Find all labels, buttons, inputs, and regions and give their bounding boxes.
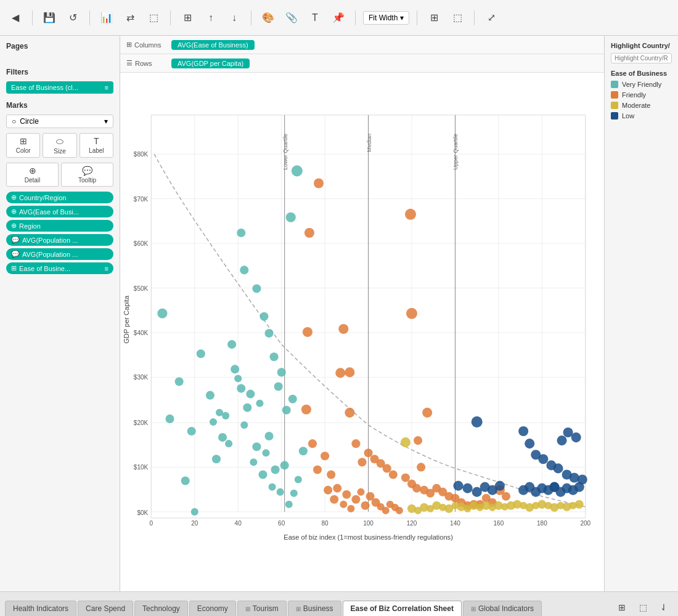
care-tab-label: Care Spend <box>86 604 125 613</box>
color-button[interactable]: 🎨 <box>259 9 277 26</box>
legend-moderate[interactable]: Moderate <box>611 102 672 109</box>
text-button[interactable]: T <box>306 9 324 26</box>
pin-button[interactable]: 📌 <box>329 9 348 26</box>
tab-tourism[interactable]: ⊞ Tourism <box>237 601 287 616</box>
svg-point-73 <box>299 447 308 455</box>
region-chip[interactable]: ⊕ Region <box>6 220 113 232</box>
columns-pill[interactable]: AVG(Ease of Business) <box>171 40 255 50</box>
friendly-label: Friendly <box>622 91 646 99</box>
tab-health-indicators[interactable]: Health Indicators <box>5 601 76 616</box>
tab-business[interactable]: ⊞ Business <box>288 601 341 616</box>
svg-point-47 <box>250 458 257 466</box>
sort-desc-button[interactable]: ↓ <box>225 9 243 26</box>
color-mark-item[interactable]: ⊞ Color <box>6 133 40 158</box>
undo-button[interactable]: ↺ <box>63 9 82 26</box>
low-label: Low <box>622 112 634 120</box>
svg-point-63 <box>252 285 261 293</box>
mark-type-dropdown[interactable]: ○ Circle ▾ <box>6 115 113 128</box>
separator6 <box>417 10 417 25</box>
legend-very-friendly[interactable]: Very Friendly <box>611 81 672 88</box>
fit-width-dropdown[interactable]: Fit Width ▾ <box>363 11 409 25</box>
svg-point-124 <box>422 408 432 418</box>
marks-title: Marks <box>6 101 113 110</box>
separator2 <box>89 10 90 25</box>
svg-text:160: 160 <box>494 520 504 527</box>
svg-text:180: 180 <box>537 520 547 527</box>
circle-icon: ○ <box>12 117 16 126</box>
back-button[interactable]: ◀ <box>6 9 25 26</box>
svg-text:$20K: $20K <box>134 419 149 426</box>
chart-area[interactable]: Lower Quartile Median Upper Quartile <box>120 73 604 591</box>
svg-point-105 <box>383 464 391 472</box>
grid-button[interactable]: ⊞ <box>425 9 443 26</box>
share-button[interactable]: ⤢ <box>482 9 500 26</box>
highlight-input[interactable] <box>611 53 672 63</box>
rows-pill[interactable]: AVG(GDP per Capita) <box>171 59 250 68</box>
svg-point-48 <box>252 442 261 451</box>
tech-tab-label: Technology <box>142 604 180 613</box>
svg-point-83 <box>333 484 341 493</box>
fit-width-label: Fit Width <box>369 14 398 22</box>
svg-text:$80K: $80K <box>134 151 149 158</box>
device-button[interactable]: ⬚ <box>448 9 467 26</box>
tab-technology[interactable]: Technology <box>134 601 188 616</box>
annotation-button[interactable]: 📎 <box>282 9 301 26</box>
swap-button[interactable]: ⇄ <box>121 9 139 26</box>
sort-button[interactable]: ⬚ <box>144 9 163 26</box>
avg-ease-chip[interactable]: ⊕ AVG(Ease of Busi... <box>6 206 113 217</box>
svg-point-70 <box>288 395 297 403</box>
country-region-chip[interactable]: ⊕ Country/Region <box>6 192 113 203</box>
svg-point-177 <box>518 426 528 436</box>
svg-point-178 <box>525 439 534 448</box>
show-marks-button[interactable]: ⊞ <box>178 9 197 26</box>
size-mark-item[interactable]: ⬭ Size <box>43 133 76 158</box>
svg-point-60 <box>292 165 303 176</box>
svg-point-40 <box>227 340 236 349</box>
add-sheet-button[interactable]: ⊞ <box>613 599 631 616</box>
legend-friendly[interactable]: Friendly <box>611 91 672 99</box>
bar-chart-button[interactable]: 📊 <box>97 9 116 26</box>
sort-asc-button[interactable]: ↑ <box>202 9 220 26</box>
filter-chip[interactable]: Ease of Business (cl... ≡ <box>6 81 113 94</box>
tooltip-label: Tooltip <box>78 177 96 184</box>
svg-point-159 <box>401 437 410 447</box>
svg-text:140: 140 <box>450 520 460 527</box>
ease-color-chip[interactable]: ⊞ Ease of Busine... ≡ <box>6 262 113 274</box>
duplicate-sheet-button[interactable]: ⬚ <box>634 599 652 616</box>
filter-edit-icon[interactable]: ≡ <box>105 84 108 91</box>
marks-grid: ⊞ Color ⬭ Size T Label <box>6 133 113 158</box>
columns-shelf: ⊞ Columns AVG(Ease of Business) <box>120 36 604 54</box>
label-mark-item[interactable]: T Label <box>80 133 113 158</box>
region-dim-icon: ⊕ <box>11 222 17 230</box>
tab-care-spend[interactable]: Care Spend <box>78 601 133 616</box>
avg-pop1-chip[interactable]: 💬 AVG(Population ... <box>6 234 113 246</box>
svg-point-56 <box>280 461 289 469</box>
svg-point-129 <box>502 492 510 501</box>
svg-point-33 <box>206 391 214 400</box>
center-area: ⊞ Columns AVG(Ease of Business) ☰ Rows A… <box>120 36 604 591</box>
svg-text:Lower Quartile: Lower Quartile <box>282 134 288 170</box>
svg-point-77 <box>308 439 317 448</box>
tab-global-indicators[interactable]: ⊞ Global Indicators <box>463 601 542 616</box>
legend-low[interactable]: Low <box>611 112 672 120</box>
svg-point-93 <box>382 507 390 514</box>
label-label: Label <box>89 147 104 154</box>
tab-economy[interactable]: Economy <box>189 601 236 616</box>
tourism-tab-label: Tourism <box>253 604 279 613</box>
sort-sheets-button[interactable]: ⇃ <box>655 599 673 616</box>
avg-pop2-chip[interactable]: 💬 AVG(Population ... <box>6 248 113 260</box>
svg-point-43 <box>237 384 245 393</box>
svg-point-54 <box>271 465 280 474</box>
svg-point-34 <box>210 418 217 426</box>
svg-point-165 <box>495 481 505 491</box>
size-icon: ⬭ <box>56 136 63 147</box>
rows-shelf: ☰ Rows AVG(GDP per Capita) <box>120 54 604 73</box>
tooltip-mark-item[interactable]: 💬 Tooltip <box>61 163 113 187</box>
save-button[interactable]: 💾 <box>40 9 59 26</box>
svg-point-41 <box>231 365 239 373</box>
svg-point-96 <box>396 507 403 514</box>
tab-ease-correlation[interactable]: Ease of Biz Correlation Sheet <box>343 601 462 616</box>
svg-text:200: 200 <box>580 520 590 527</box>
svg-text:Upper Quartile: Upper Quartile <box>452 134 459 170</box>
detail-mark-item[interactable]: ⊕ Detail <box>6 163 59 187</box>
